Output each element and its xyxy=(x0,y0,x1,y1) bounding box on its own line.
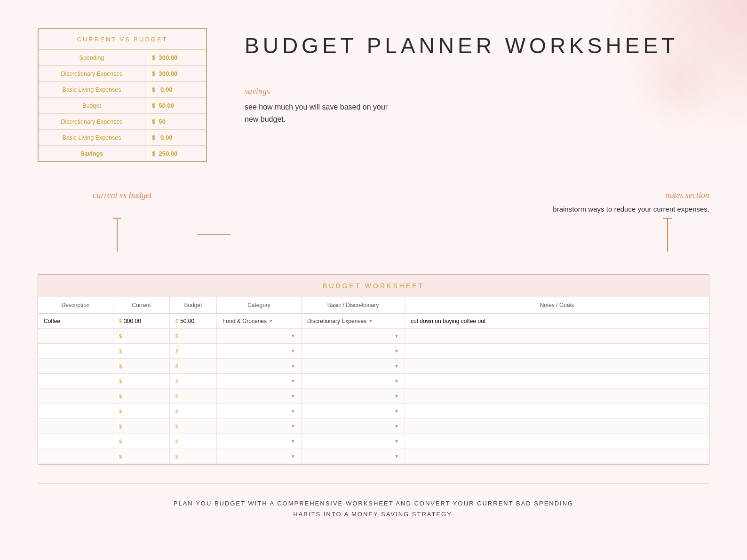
cell-current[interactable]: $ xyxy=(113,404,170,418)
cell-current[interactable]: $ xyxy=(113,359,170,373)
cell-budget[interactable]: $ xyxy=(170,419,217,434)
cell-description[interactable] xyxy=(38,434,113,449)
cell-description[interactable] xyxy=(38,344,113,358)
cell-budget[interactable]: $ xyxy=(170,359,217,373)
cell-category[interactable]: ▼ xyxy=(217,329,302,343)
cell-current[interactable]: $ xyxy=(113,314,170,328)
table-row: $ $ ▼ ▼ xyxy=(38,434,709,449)
table-row: $ $ ▼ ▼ xyxy=(38,419,709,434)
row-value: $ 0.00 xyxy=(145,82,206,97)
footer: PLAN YOU BUDGET WITH A COMPREHENSIVE WOR… xyxy=(38,483,709,534)
cell-basic-discretionary[interactable]: Discretionary Expenses ▼ xyxy=(302,314,405,328)
cell-budget[interactable]: $ xyxy=(170,389,217,403)
table-row: Budget $ 50.00 xyxy=(39,98,206,114)
cell-notes[interactable] xyxy=(405,404,709,418)
row-label: Discretionary Expenses xyxy=(39,66,145,81)
cell-basic-discretionary[interactable]: ▼ xyxy=(302,374,405,388)
cell-current[interactable]: $ xyxy=(113,374,170,388)
row-label: Spending xyxy=(39,50,145,65)
footer-line1: PLAN YOU BUDGET WITH A COMPREHENSIVE WOR… xyxy=(47,498,700,509)
table-row: $ $ ▼ ▼ xyxy=(38,344,709,359)
table-row: Spending $ 300.00 xyxy=(39,50,206,66)
cell-current[interactable]: $ xyxy=(113,449,170,464)
cell-notes[interactable] xyxy=(405,359,709,373)
cell-notes[interactable] xyxy=(405,389,709,403)
row-value: $ 0.00 xyxy=(145,130,206,145)
savings-description: see how much you will save based on your… xyxy=(245,101,709,125)
cell-basic-discretionary[interactable]: ▼ xyxy=(302,449,405,464)
cell-category[interactable]: ▼ xyxy=(217,389,302,403)
cell-budget[interactable]: $ xyxy=(170,314,217,328)
cell-category[interactable]: ▼ xyxy=(217,419,302,434)
table-row: $ $ ▼ ▼ xyxy=(38,389,709,404)
cell-notes[interactable] xyxy=(405,329,709,343)
cell-category[interactable]: ▼ xyxy=(217,449,302,464)
cell-basic-discretionary[interactable]: ▼ xyxy=(302,359,405,373)
cell-category[interactable]: ▼ xyxy=(217,344,302,358)
cell-description[interactable] xyxy=(38,374,113,388)
cell-description[interactable] xyxy=(38,329,113,343)
current-vs-budget-section-label: current vs budget xyxy=(38,190,207,200)
table-row: Basic Living Expenses $ 0.00 xyxy=(39,82,206,98)
header-category: Category xyxy=(217,297,302,313)
cell-category[interactable]: ▼ xyxy=(217,359,302,373)
table-row: Discretionary Expenses $ 300.00 xyxy=(39,66,206,82)
cell-basic-discretionary[interactable]: ▼ xyxy=(302,419,405,434)
cell-basic-discretionary[interactable]: ▼ xyxy=(302,329,405,343)
cell-notes[interactable] xyxy=(405,434,709,449)
cell-category[interactable]: ▼ xyxy=(217,374,302,388)
cell-budget[interactable]: $ xyxy=(170,449,217,464)
cell-basic-discretionary[interactable]: ▼ xyxy=(302,344,405,358)
cell-category[interactable]: ▼ xyxy=(217,434,302,449)
cell-basic-discretionary[interactable]: ▼ xyxy=(302,404,405,418)
notes-description: brainstorm ways to reduce your current e… xyxy=(553,205,709,213)
row-value: $ 50.00 xyxy=(145,98,206,113)
cell-budget[interactable]: $ xyxy=(170,329,217,343)
cvb-table-title: CURRENT VS BUDGET xyxy=(39,29,206,50)
cell-budget[interactable]: $ xyxy=(170,374,217,388)
row-value: $ 50 xyxy=(145,114,206,129)
table-row: Basic Living Expenses $ 0.00 xyxy=(39,130,206,146)
cell-notes[interactable] xyxy=(405,344,709,358)
notes-section-label: notes section xyxy=(553,190,709,200)
cell-budget[interactable]: $ xyxy=(170,434,217,449)
cell-current[interactable]: $ xyxy=(113,419,170,434)
cell-current[interactable]: $ xyxy=(113,344,170,358)
cell-description[interactable] xyxy=(38,389,113,403)
cell-budget[interactable]: $ xyxy=(170,344,217,358)
row-label: Basic Living Expenses xyxy=(39,130,145,145)
cell-category[interactable]: ▼ xyxy=(217,404,302,418)
savings-value: $ 250.00 xyxy=(145,146,206,161)
cell-category[interactable]: Food & Groceries ▼ xyxy=(217,314,302,328)
table-row: $ $ ▼ ▼ xyxy=(38,449,709,464)
cell-current[interactable]: $ xyxy=(113,389,170,403)
header-basic-discretionary: Basic / Discretionary xyxy=(302,297,405,313)
cell-current[interactable]: $ xyxy=(113,434,170,449)
table-row: $ $ ▼ ▼ xyxy=(38,404,709,419)
cell-notes[interactable] xyxy=(405,419,709,434)
cell-description[interactable] xyxy=(38,419,113,434)
header-current: Current xyxy=(113,297,170,313)
cell-description[interactable] xyxy=(38,404,113,418)
row-label: Discretionary Expenses xyxy=(39,114,145,129)
cell-basic-discretionary[interactable]: ▼ xyxy=(302,434,405,449)
row-label: Basic Living Expenses xyxy=(39,82,145,97)
cell-notes[interactable] xyxy=(405,374,709,388)
cell-notes[interactable] xyxy=(405,449,709,464)
row-value: $ 300.00 xyxy=(145,50,206,65)
footer-line2: HABITS INTO A MONEY SAVING STRATEGY. xyxy=(47,509,700,520)
budget-worksheet-section: BUDGET WORKSHEET Description Current Bud… xyxy=(38,274,709,465)
cell-description[interactable] xyxy=(38,449,113,464)
top-right-section: BUDGET PLANNER WORKSHEET savings see how… xyxy=(245,28,709,162)
cell-budget[interactable]: $ xyxy=(170,404,217,418)
cell-notes[interactable] xyxy=(405,314,709,328)
header-notes: Notes / Goals xyxy=(405,297,709,313)
table-row: $ $ ▼ ▼ xyxy=(38,329,709,344)
worksheet-title: BUDGET WORKSHEET xyxy=(38,275,709,297)
worksheet-header: Description Current Budget Category Basi… xyxy=(38,297,709,314)
cell-description[interactable] xyxy=(38,359,113,373)
savings-section-label: savings xyxy=(245,87,709,96)
cell-current[interactable]: $ xyxy=(113,329,170,343)
cell-description[interactable] xyxy=(38,314,113,328)
cell-basic-discretionary[interactable]: ▼ xyxy=(302,389,405,403)
